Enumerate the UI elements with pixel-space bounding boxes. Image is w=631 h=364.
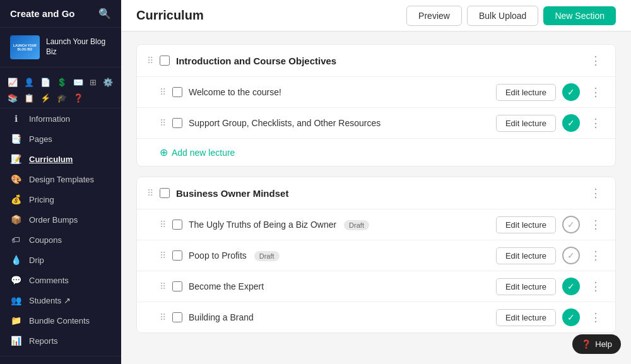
library-icon[interactable]: 📚: [8, 93, 18, 103]
section-more-icon[interactable]: ⋮: [586, 185, 605, 201]
lecture-checkbox[interactable]: [172, 281, 182, 291]
sidebar-item-design-templates[interactable]: 🎨 Design Templates: [0, 169, 121, 189]
sidebar-item-label: Bundle Contents: [29, 316, 90, 326]
lecture-more-icon[interactable]: ⋮: [586, 115, 605, 131]
lecture-row: ⠿ Welcome to the course! Edit lecture ✓ …: [137, 76, 615, 107]
sidebar-footer: Lauren McManus ⋮: [0, 356, 121, 364]
sidebar-item-pages[interactable]: 📑 Pages: [0, 129, 121, 149]
lecture-checkbox[interactable]: [172, 87, 182, 97]
sidebar-item-label: Comments: [29, 276, 69, 285]
status-complete-icon: ✓: [562, 83, 580, 101]
status-complete-icon: ✓: [562, 114, 580, 132]
section-more-icon[interactable]: ⋮: [586, 52, 605, 69]
sidebar-header: Create and Go 🔍: [0, 0, 121, 28]
add-lecture-row[interactable]: ⊕ Add new lecture: [137, 138, 615, 166]
lightning-icon[interactable]: ⚡: [40, 93, 50, 103]
lecture-more-icon[interactable]: ⋮: [586, 278, 605, 295]
sidebar-item-label: Students ↗: [29, 296, 71, 305]
bundle-icon: 📁: [10, 315, 21, 326]
lecture-row: ⠿ The Ugly Truths of Being a Biz Owner D…: [137, 209, 615, 240]
edit-lecture-button[interactable]: Edit lecture: [496, 278, 556, 295]
sidebar-logo: Create and Go: [10, 8, 75, 19]
status-complete-icon: ✓: [562, 278, 580, 295]
edit-lecture-button[interactable]: Edit lecture: [496, 115, 556, 132]
sidebar-item-label: Drip: [29, 255, 44, 265]
help-circle-icon: ❓: [581, 339, 591, 349]
edit-lecture-button[interactable]: Edit lecture: [496, 247, 556, 264]
drag-handle-icon[interactable]: ⠿: [160, 250, 166, 261]
sidebar-item-coupons[interactable]: 🏷 Coupons: [0, 230, 121, 250]
grid-icon[interactable]: ⊞: [90, 78, 97, 87]
preview-button[interactable]: Preview: [406, 6, 462, 26]
sidebar-item-label: Design Templates: [29, 175, 94, 184]
search-icon[interactable]: 🔍: [98, 8, 111, 20]
sidebar-item-comments[interactable]: 💬 Comments: [0, 270, 121, 290]
section-card: ⠿ Introduction and Course Objectives ⋮ ⠿…: [136, 44, 616, 167]
section-checkbox[interactable]: [160, 56, 170, 66]
edit-lecture-button[interactable]: Edit lecture: [496, 309, 556, 326]
sidebar-course[interactable]: LAUNCH YOUR BLOG BIZ Launch Your Blog Bi…: [0, 28, 121, 68]
lecture-more-icon[interactable]: ⋮: [586, 84, 605, 100]
lecture-title: Poop to Profits Draft: [189, 250, 490, 261]
drag-handle-icon[interactable]: ⠿: [160, 118, 166, 128]
reports-icon: 📊: [10, 336, 21, 346]
new-section-button[interactable]: New Section: [543, 6, 616, 25]
edit-lecture-button[interactable]: Edit lecture: [496, 84, 556, 101]
drag-handle-icon[interactable]: ⠿: [160, 312, 166, 322]
pages-nav-icon: 📑: [10, 134, 21, 144]
email-icon[interactable]: ✉️: [73, 78, 83, 87]
sidebar-item-label: Information: [29, 114, 70, 124]
comments-icon: 💬: [10, 275, 21, 285]
header-actions: Preview Bulk Upload New Section: [406, 6, 616, 26]
section-checkbox[interactable]: [160, 188, 170, 198]
help-label: Help: [595, 339, 612, 349]
lecture-title: Welcome to the course!: [189, 87, 490, 97]
drag-handle-icon[interactable]: ⠿: [160, 220, 166, 230]
drag-handle-icon[interactable]: ⠿: [160, 281, 166, 291]
main-header: Curriculum Preview Bulk Upload New Secti…: [121, 0, 631, 32]
course-name: Launch Your Blog Biz: [46, 37, 111, 57]
settings-icon[interactable]: ⚙️: [103, 78, 113, 87]
main-area: Curriculum Preview Bulk Upload New Secti…: [121, 0, 631, 364]
lecture-checkbox[interactable]: [172, 118, 182, 128]
status-outline-icon: ✓: [562, 247, 580, 264]
drag-handle-icon[interactable]: ⠿: [160, 87, 166, 97]
drag-handle-icon[interactable]: ⠿: [147, 188, 153, 198]
cap-icon[interactable]: 🎓: [57, 93, 67, 103]
lecture-checkbox[interactable]: [172, 220, 182, 230]
sidebar-item-curriculum[interactable]: 📝 Curriculum: [0, 149, 121, 169]
lecture-title: The Ugly Truths of Being a Biz Owner Dra…: [189, 220, 490, 230]
sidebar: Create and Go 🔍 LAUNCH YOUR BLOG BIZ Lau…: [0, 0, 121, 364]
sidebar-item-information[interactable]: ℹ Information: [0, 109, 121, 129]
sidebar-item-bundle-contents[interactable]: 📁 Bundle Contents: [0, 310, 121, 331]
lecture-checkbox[interactable]: [172, 312, 182, 322]
sidebar-item-reports[interactable]: 📊 Reports: [0, 331, 121, 351]
sidebar-item-order-bumps[interactable]: 📦 Order Bumps: [0, 209, 121, 230]
lecture-more-icon[interactable]: ⋮: [586, 216, 605, 233]
dollar-icon[interactable]: 💲: [57, 78, 67, 87]
section-header: ⠿ Business Owner Mindset ⋮: [137, 177, 615, 209]
sidebar-item-students[interactable]: 👥 Students ↗: [0, 290, 121, 310]
sidebar-item-label: Order Bumps: [29, 215, 78, 225]
lecture-title: Building a Brand: [189, 312, 490, 322]
doc-icon[interactable]: 📋: [24, 93, 34, 103]
sidebar-item-pricing[interactable]: 💰 Pricing: [0, 189, 121, 209]
lecture-checkbox[interactable]: [172, 250, 182, 261]
analytics-icon[interactable]: 📈: [8, 78, 18, 87]
lecture-more-icon[interactable]: ⋮: [586, 309, 605, 326]
status-complete-icon: ✓: [562, 308, 580, 326]
section-title: Business Owner Mindset: [176, 188, 580, 199]
sidebar-item-drip[interactable]: 💧 Drip: [0, 250, 121, 270]
question-icon[interactable]: ❓: [73, 93, 83, 103]
users-icon[interactable]: 👤: [24, 78, 34, 87]
edit-lecture-button[interactable]: Edit lecture: [496, 216, 556, 233]
draft-badge: Draft: [344, 220, 369, 230]
lecture-more-icon[interactable]: ⋮: [586, 247, 605, 264]
pages-icon[interactable]: 📄: [40, 78, 50, 87]
drag-handle-icon[interactable]: ⠿: [147, 56, 153, 66]
bulk-upload-button[interactable]: Bulk Upload: [467, 6, 539, 26]
sidebar-item-label: Curriculum: [29, 155, 73, 164]
lecture-row: ⠿ Support Group, Checklists, and Other R…: [137, 107, 615, 138]
help-button[interactable]: ❓ Help: [572, 334, 621, 354]
information-icon: ℹ: [10, 114, 21, 124]
